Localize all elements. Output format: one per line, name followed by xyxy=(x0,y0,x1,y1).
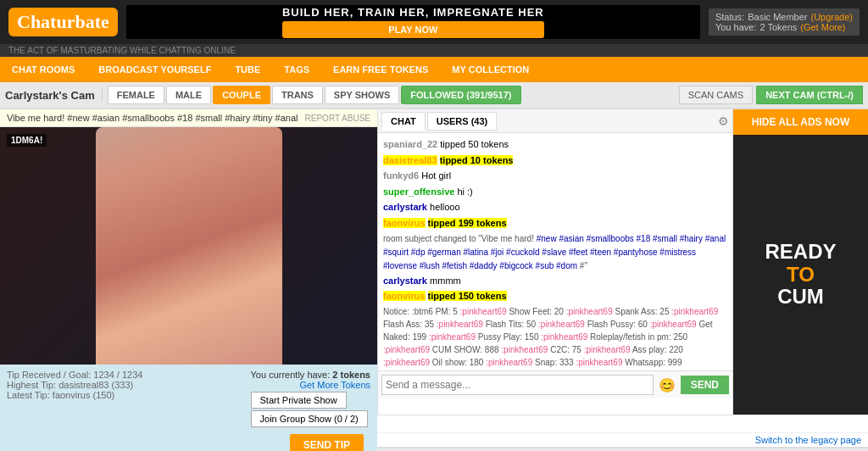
nav-chat-rooms[interactable]: CHAT ROOMS xyxy=(0,57,86,82)
cam-video: 1DM6A! xyxy=(0,127,377,365)
chat-message: room subject changed to "Vibe me hard! #… xyxy=(383,232,727,273)
chat-text: tipped 150 tokens xyxy=(428,291,507,301)
chat-message: dasistreal83 tipped 10 tokens xyxy=(383,153,727,169)
chat-user: carlystark xyxy=(383,202,427,212)
tokens-value: 2 Tokens xyxy=(760,22,797,32)
chat-text: tipped 199 tokens xyxy=(428,218,507,228)
token-info: You currently have: 2 tokens Get More To… xyxy=(251,370,370,429)
logo: Chaturbate xyxy=(8,8,118,36)
latest-tip: Latest Tip: faonvirus (150) xyxy=(7,390,142,400)
ad-panel: HIDE ALL ADS NOW READY TO CUM xyxy=(732,109,868,415)
emoji-button[interactable]: 😊 xyxy=(654,376,681,395)
tip-goal-label: Tip Received / Goal: xyxy=(7,370,91,380)
nav-tube[interactable]: TUBE xyxy=(223,57,272,82)
ad-content: READY TO CUM xyxy=(733,135,868,415)
chat-text: tipped 50 tokens xyxy=(440,139,509,149)
tip-goal-value: 1234 / 1234 xyxy=(93,370,142,380)
notice-message: Notice: :btm6 PM: 5 :pinkheart69 Show Fe… xyxy=(383,305,727,370)
status-value: Basic Member xyxy=(748,12,807,22)
cam-overlay: 1DM6A! xyxy=(0,127,377,365)
report-abuse-link[interactable]: REPORT ABUSE xyxy=(305,114,370,123)
next-cam-button[interactable]: NEXT CAM (CTRL-/) xyxy=(756,86,863,104)
chat-tab[interactable]: CHAT xyxy=(381,112,426,131)
latest-tip-value: faonvirus (150) xyxy=(53,390,114,400)
cam-stats-left: Tip Received / Goal: 1234 / 1234 Highest… xyxy=(7,370,142,400)
current-tokens-value: 2 tokens xyxy=(332,370,370,380)
group-show-button[interactable]: Join Group Show (0 / 2) xyxy=(251,410,368,427)
chat-panel: CHAT USERS (43) ⚙ spaniard_22 tipped 50 … xyxy=(377,109,732,415)
tab-couple[interactable]: COUPLE xyxy=(213,86,270,104)
legacy-link[interactable]: Switch to the legacy page xyxy=(755,435,861,445)
chat-user: carlystark xyxy=(383,276,427,286)
nav-bar: CHAT ROOMS BROADCAST YOURSELF TUBE TAGS … xyxy=(0,57,868,82)
ad-line2: TO xyxy=(765,264,836,286)
main-content: Vibe me hard! #new #asian #smallboobs #1… xyxy=(0,109,868,415)
chat-text: room subject changed to "Vibe me hard! #… xyxy=(383,234,726,270)
chat-user: spaniard_22 xyxy=(383,139,437,149)
users-tab[interactable]: USERS (43) xyxy=(427,112,498,131)
chat-user: dasistreal83 xyxy=(383,155,437,165)
chat-message: carlystark mmmm xyxy=(383,274,727,289)
highest-tip-value: dasistreal83 (333) xyxy=(58,380,133,390)
nav-earn-tokens[interactable]: EARN FREE TOKENS xyxy=(321,57,440,82)
tab-trans[interactable]: TRANS xyxy=(272,86,323,104)
tokens-label: You have: xyxy=(715,22,757,32)
subject-bar: Vibe me hard! #new #asian #smallboobs #1… xyxy=(0,109,377,127)
chat-text: hi :) xyxy=(457,187,472,197)
chat-text: hellooo xyxy=(430,202,459,212)
current-tokens-label: You currently have: xyxy=(251,370,331,380)
hide-ads-button[interactable]: HIDE ALL ADS NOW xyxy=(733,109,868,135)
send-tip-button[interactable]: SEND TIP xyxy=(290,434,364,451)
get-more-link[interactable]: (Get More) xyxy=(800,22,845,32)
chat-input-row: 😊 SEND xyxy=(378,370,732,398)
nav-collection[interactable]: MY COLLECTION xyxy=(440,57,541,82)
subject-text: Vibe me hard! #new #asian #smallboobs #1… xyxy=(7,113,298,123)
tip-goal: Tip Received / Goal: 1234 / 1234 xyxy=(7,370,142,380)
chat-message: funkyd6 Hot girl xyxy=(383,169,727,184)
ad-line3: CUM xyxy=(765,286,836,308)
nav-broadcast[interactable]: BROADCAST YOURSELF xyxy=(86,57,223,82)
tab-male[interactable]: MALE xyxy=(166,86,211,104)
chat-user: funkyd6 xyxy=(383,170,419,181)
upgrade-link[interactable]: (Upgrade) xyxy=(810,12,853,22)
banner-text: BUILD HER, TRAIN HER, IMPREGNATE HER xyxy=(282,6,544,19)
cam-panel: Vibe me hard! #new #asian #smallboobs #1… xyxy=(0,109,377,415)
ad-text: READY TO CUM xyxy=(765,241,836,308)
header: Chaturbate BUILD HER, TRAIN HER, IMPREGN… xyxy=(0,0,868,44)
ad-line1: READY xyxy=(765,241,836,263)
cam-watermark: 1DM6A! xyxy=(7,134,47,147)
scan-cams-button[interactable]: SCAN CAMS xyxy=(679,86,753,104)
tab-female[interactable]: FEMALE xyxy=(108,86,164,104)
cam-title: Carlystark's Cam xyxy=(5,89,103,102)
chat-message: super_offensive hi :) xyxy=(383,185,727,200)
chat-message: faonvirus tipped 150 tokens xyxy=(383,289,727,304)
chat-user: faonvirus xyxy=(383,218,426,228)
cam-actions: SEND TIP xyxy=(7,429,370,451)
private-show-button[interactable]: Start Private Show xyxy=(251,392,347,409)
chat-user: super_offensive xyxy=(383,187,454,197)
chat-message: spaniard_22 tipped 50 tokens xyxy=(383,137,727,153)
tab-spy-shows[interactable]: SPY SHOWS xyxy=(325,86,399,104)
status-label: Status: xyxy=(715,12,744,22)
chat-input[interactable] xyxy=(381,375,654,395)
cam-info: Tip Received / Goal: 1234 / 1234 Highest… xyxy=(0,365,377,451)
chat-user: faonvirus xyxy=(383,291,426,301)
tab-followed[interactable]: FOLLOWED (391/9517) xyxy=(401,86,520,104)
tagline: THE ACT OF MASTURBATING WHILE CHATTING O… xyxy=(0,44,868,57)
chat-message: faonvirus tipped 199 tokens xyxy=(383,216,727,231)
banner-cta[interactable]: PLAY NOW xyxy=(282,21,544,38)
nav-tags[interactable]: TAGS xyxy=(272,57,321,82)
user-info: Status: Basic Member (Upgrade) You have:… xyxy=(709,8,860,36)
highest-tip: Highest Tip: dasistreal83 (333) xyxy=(7,380,142,390)
chat-text: mmmm xyxy=(430,276,461,286)
highest-tip-label: Highest Tip: xyxy=(7,380,56,390)
banner: BUILD HER, TRAIN HER, IMPREGNATE HER PLA… xyxy=(126,5,700,39)
cam-tabs-row: Carlystark's Cam FEMALE MALE COUPLE TRAN… xyxy=(0,82,868,109)
send-message-button[interactable]: SEND xyxy=(681,376,729,394)
get-more-tokens-link[interactable]: Get More Tokens xyxy=(251,380,370,390)
chat-text: Hot girl xyxy=(421,170,451,181)
chat-message: carlystark hellooo xyxy=(383,200,727,215)
notice-text: Notice: :btm6 PM: 5 :pinkheart69 Show Fe… xyxy=(383,307,722,370)
chat-settings-icon[interactable]: ⚙ xyxy=(718,114,729,128)
latest-tip-label: Latest Tip: xyxy=(7,390,50,400)
